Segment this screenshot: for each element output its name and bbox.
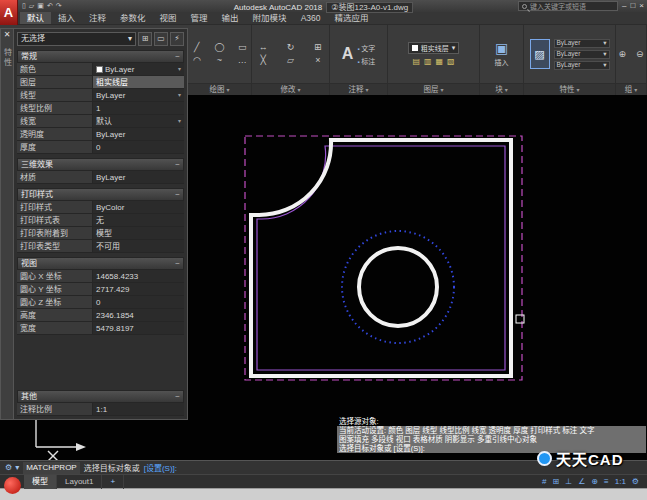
linetype-dropdown[interactable]: ByLayer▾ — [554, 61, 610, 70]
section-header[interactable]: 常规− — [17, 50, 184, 63]
tab-管理[interactable]: 管理 — [184, 12, 215, 24]
osnap-icon[interactable]: ⊕ — [591, 475, 598, 489]
line-icon[interactable]: ╱ — [194, 42, 199, 53]
close-icon[interactable]: ✕ — [4, 30, 11, 40]
lineweight-dropdown[interactable]: ByLayer▾ — [554, 50, 610, 59]
property-value[interactable]: 模型 — [93, 227, 184, 239]
panel-label-groups[interactable]: 组 ▾ — [616, 83, 646, 95]
collapse-icon[interactable]: − — [175, 189, 180, 200]
collapse-icon[interactable]: − — [175, 258, 180, 269]
minimize-button[interactable]: – — [622, 0, 626, 12]
tab-参数化[interactable]: 参数化 — [113, 12, 153, 24]
layer-properties-icon[interactable]: ▤ — [412, 57, 420, 66]
spline-icon[interactable]: ~ — [217, 55, 222, 66]
command-option[interactable]: [设置(S)]: — [144, 462, 177, 473]
layer-lock-icon[interactable]: ▧ — [447, 57, 455, 66]
panel-label-properties[interactable]: 特性 ▾ — [524, 83, 615, 95]
palette-title-bar[interactable]: ✕ 特性 — [0, 28, 14, 420]
property-value[interactable]: ByColor — [93, 201, 184, 213]
rotate-icon[interactable]: ↻ — [287, 42, 295, 53]
autocad-logo-button[interactable]: A — [0, 0, 18, 25]
insert-block-icon[interactable]: ▣ — [495, 41, 508, 56]
tab-插入[interactable]: 插入 — [51, 12, 82, 24]
property-value[interactable]: 2346.1854 — [93, 309, 184, 321]
chevron-down-icon[interactable]: ▾ — [178, 115, 181, 127]
erase-icon[interactable]: × — [315, 55, 320, 66]
panel-label-draw[interactable]: 绘图 ▾ — [188, 83, 251, 95]
new-file-icon[interactable]: ▯ — [22, 0, 26, 12]
circle-icon[interactable]: ◯ — [214, 42, 224, 53]
tab-视图[interactable]: 视图 — [153, 12, 184, 24]
property-value[interactable]: ByLayer — [93, 171, 184, 183]
layout-tab-模型[interactable]: 模型 — [24, 475, 57, 489]
arc-icon[interactable]: ◠ — [193, 55, 201, 66]
property-value[interactable]: 0 — [93, 296, 184, 308]
part-inner-contour[interactable] — [257, 146, 505, 370]
open-file-icon[interactable]: ▱ — [29, 0, 34, 12]
tab-默认[interactable]: 默认 — [20, 12, 51, 24]
property-value[interactable]: ByLayer▾ — [93, 63, 184, 75]
maximize-button[interactable]: □ — [630, 0, 635, 12]
panel-label-layers[interactable]: 图层 ▾ — [388, 83, 479, 95]
polar-icon[interactable]: ∠ — [578, 475, 585, 489]
collapse-icon[interactable]: − — [175, 159, 180, 170]
section-header[interactable]: 其他− — [17, 390, 184, 403]
trim-icon[interactable]: ╳ — [260, 55, 265, 66]
array-icon[interactable]: ⊞ — [314, 42, 322, 53]
new-layout-button[interactable]: + — [102, 475, 124, 489]
more-draw-icon[interactable]: … — [238, 55, 247, 66]
property-value[interactable]: ByLayer▾ — [93, 89, 184, 101]
property-value[interactable]: 不可用 — [93, 240, 184, 252]
tab-精选应用[interactable]: 精选应用 — [327, 12, 375, 24]
tab-A360[interactable]: A360 — [294, 12, 328, 24]
tab-输出[interactable]: 输出 — [215, 12, 246, 24]
collapse-icon[interactable]: − — [175, 391, 180, 402]
quick-select-icon[interactable]: ⚡ — [170, 32, 184, 46]
stretch-icon[interactable]: ▱ — [287, 55, 294, 66]
property-value[interactable]: 5479.8197 — [93, 322, 184, 334]
settings-icon[interactable]: ⚙ — [632, 475, 639, 489]
property-value[interactable]: 0 — [93, 141, 184, 153]
object-color-dropdown[interactable]: ByLayer▾ — [554, 39, 610, 48]
ortho-icon[interactable]: ⊥ — [565, 475, 572, 489]
section-header[interactable]: 三维效果− — [17, 158, 184, 171]
search-box[interactable]: 键入关键字或短语 — [518, 1, 618, 11]
property-value[interactable]: 粗实线层 — [93, 76, 184, 88]
property-value[interactable]: 1:1 — [93, 403, 184, 415]
property-value[interactable]: 1 — [93, 102, 184, 114]
annotation-scale-label[interactable]: 1:1 — [615, 475, 626, 489]
layer-dropdown[interactable]: 粗实线层 ▾ — [408, 42, 460, 54]
dimension-button[interactable]: 标注 — [357, 56, 375, 66]
match-properties-button[interactable]: ▨ — [530, 39, 550, 69]
save-icon[interactable]: ▣ — [37, 0, 44, 12]
snap-icon[interactable]: ⊞ — [552, 475, 559, 489]
hole-circle[interactable] — [359, 248, 437, 326]
section-header[interactable]: 视图− — [17, 257, 184, 270]
property-value[interactable]: 默认▾ — [93, 115, 184, 127]
panel-label-annotate[interactable]: 注释 ▾ — [330, 83, 387, 95]
property-value[interactable]: 2717.429 — [93, 283, 184, 295]
layer-freeze-icon[interactable]: ▦ — [436, 57, 444, 66]
customize-icon[interactable]: ⚙ — [5, 461, 12, 475]
phantom-boundary-rect[interactable] — [245, 136, 522, 380]
text-tool-icon[interactable]: A — [342, 45, 354, 63]
chevron-down-icon[interactable]: ▾ — [178, 89, 181, 101]
text-button[interactable]: 文字 — [357, 43, 375, 53]
ungroup-icon[interactable]: ⊖ — [636, 49, 644, 60]
layer-off-icon[interactable]: ▥ — [424, 57, 432, 66]
tab-注释[interactable]: 注释 — [82, 12, 113, 24]
rectangle-icon[interactable]: ▭ — [238, 42, 247, 53]
insert-block-button[interactable]: 插入 — [495, 57, 509, 67]
panel-label-block[interactable]: 块 ▾ — [480, 83, 523, 95]
select-objects-icon[interactable]: ▭ — [154, 32, 168, 46]
panel-label-modify[interactable]: 修改 ▾ — [252, 83, 329, 95]
lineweight-icon[interactable]: ≡ — [604, 475, 609, 489]
toggle-pickadd-icon[interactable]: ⊞ — [138, 32, 152, 46]
section-header[interactable]: 打印样式− — [17, 188, 184, 201]
move-icon[interactable]: ↔ — [259, 42, 268, 53]
group-icon[interactable]: ⊕ — [618, 49, 626, 60]
redo-icon[interactable]: ↷ — [56, 0, 62, 12]
undo-icon[interactable]: ↶ — [47, 0, 53, 12]
chevron-down-icon[interactable]: ▾ — [178, 63, 181, 75]
property-value[interactable]: ByLayer — [93, 128, 184, 140]
